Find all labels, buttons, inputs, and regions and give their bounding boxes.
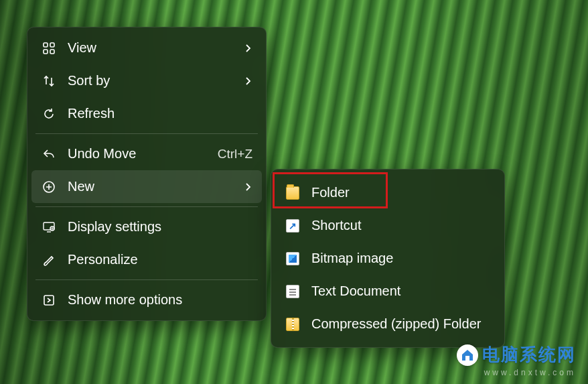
display-settings-icon — [41, 219, 57, 235]
refresh-icon — [41, 106, 57, 122]
menu-accelerator: Ctrl+Z — [218, 147, 252, 162]
zip-icon — [285, 316, 301, 332]
shortcut-icon — [285, 218, 301, 234]
menu-item-undo-move[interactable]: Undo Move Ctrl+Z — [31, 137, 262, 170]
menu-label: Folder — [311, 185, 491, 200]
submenu-item-folder[interactable]: Folder — [275, 176, 500, 209]
menu-label: Sort by — [68, 73, 238, 88]
watermark: 电脑系统网 www.dnxtw.com — [457, 343, 576, 377]
watermark-title: 电脑系统网 — [482, 343, 576, 367]
menu-label: Refresh — [68, 106, 252, 121]
menu-item-personalize[interactable]: Personalize — [31, 243, 262, 276]
menu-separator — [35, 279, 258, 280]
watermark-logo-icon — [457, 344, 478, 366]
menu-label: Personalize — [68, 252, 252, 267]
menu-item-sort-by[interactable]: Sort by — [31, 64, 262, 97]
menu-separator — [35, 133, 258, 134]
svg-rect-8 — [465, 356, 469, 361]
show-more-icon — [41, 292, 57, 308]
menu-item-view[interactable]: View — [31, 31, 262, 64]
submenu-item-text-document[interactable]: Text Document — [275, 275, 500, 308]
chevron-right-icon — [243, 44, 252, 53]
bitmap-icon — [285, 251, 301, 267]
chevron-right-icon — [243, 76, 252, 86]
menu-item-show-more-options[interactable]: Show more options — [31, 283, 262, 316]
folder-icon — [285, 185, 301, 201]
menu-label: Shortcut — [311, 218, 491, 233]
new-submenu: Folder Shortcut Bitmap image Text Docume… — [271, 169, 505, 348]
submenu-item-bitmap-image[interactable]: Bitmap image — [275, 242, 500, 275]
text-document-icon — [285, 283, 301, 300]
undo-icon — [41, 146, 57, 162]
new-icon — [41, 179, 57, 195]
chevron-right-icon — [243, 182, 252, 192]
menu-label: New — [68, 179, 238, 194]
sort-icon — [41, 73, 57, 89]
menu-label: View — [68, 40, 238, 56]
svg-rect-2 — [44, 50, 48, 54]
menu-label: Compressed (zipped) Folder — [311, 316, 491, 332]
menu-label: Text Document — [311, 283, 491, 299]
menu-item-new[interactable]: New — [31, 170, 262, 203]
menu-item-display-settings[interactable]: Display settings — [31, 210, 262, 243]
menu-item-refresh[interactable]: Refresh — [31, 97, 262, 130]
svg-rect-0 — [44, 43, 48, 47]
submenu-item-compressed-folder[interactable]: Compressed (zipped) Folder — [275, 308, 500, 340]
personalize-icon — [41, 252, 57, 268]
menu-label: Display settings — [68, 219, 252, 235]
svg-rect-1 — [50, 43, 54, 47]
view-icon — [41, 40, 57, 56]
desktop-context-menu: View Sort by Refresh — [27, 27, 267, 321]
menu-label: Bitmap image — [311, 251, 491, 266]
watermark-subtitle: www.dnxtw.com — [457, 368, 576, 377]
svg-rect-3 — [50, 50, 54, 54]
menu-separator — [35, 206, 258, 207]
svg-rect-7 — [44, 296, 54, 305]
submenu-item-shortcut[interactable]: Shortcut — [275, 209, 500, 242]
menu-label: Undo Move — [68, 146, 212, 162]
menu-label: Show more options — [68, 292, 252, 308]
